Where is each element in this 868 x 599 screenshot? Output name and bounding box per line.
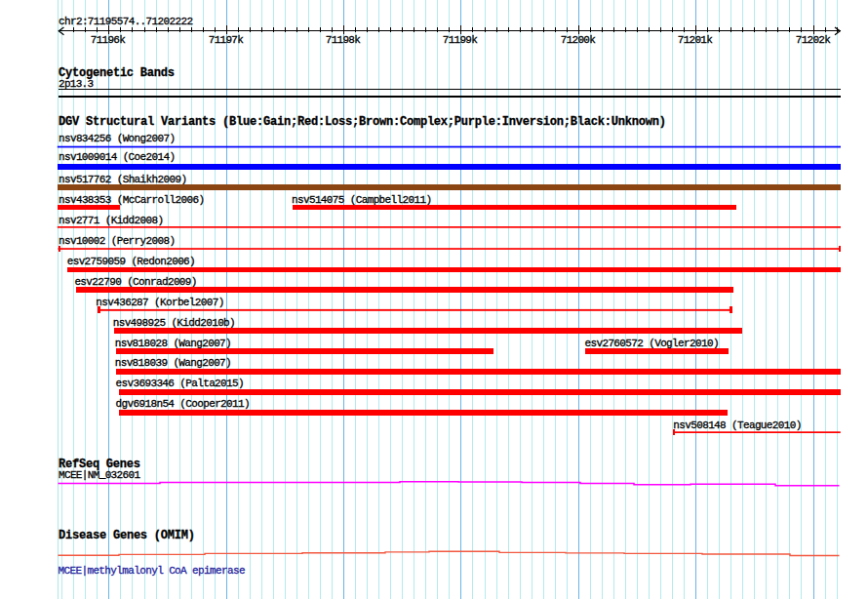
svg-text:71200k: 71200k — [561, 34, 596, 46]
svg-text:dgv6918n54 (Cooper2011): dgv6918n54 (Cooper2011) — [116, 398, 251, 410]
svg-text:71202k: 71202k — [796, 34, 831, 46]
svg-text:nsv10002 (Perry2008): nsv10002 (Perry2008) — [59, 235, 176, 247]
svg-text:nsv818039 (Wang2007): nsv818039 (Wang2007) — [115, 357, 232, 369]
svg-text:71199k: 71199k — [443, 34, 478, 46]
svg-text:71201k: 71201k — [678, 34, 713, 46]
svg-text:esv3693346 (Palta2015): esv3693346 (Palta2015) — [116, 378, 245, 389]
svg-text:nsv818028 (Wang2007): nsv818028 (Wang2007) — [115, 338, 232, 349]
svg-text:Disease Genes (OMIM): Disease Genes (OMIM) — [59, 529, 195, 542]
svg-text:nsv508148 (Teague2010): nsv508148 (Teague2010) — [673, 419, 802, 431]
svg-text:71198k: 71198k — [326, 34, 361, 46]
svg-text:nsv438353 (McCarroll2006): nsv438353 (McCarroll2006) — [59, 194, 205, 206]
svg-text:nsv834256 (Wong2007): nsv834256 (Wong2007) — [59, 133, 176, 144]
svg-text:nsv436287 (Korbel2007): nsv436287 (Korbel2007) — [96, 297, 224, 308]
svg-text:MCEE|NM_032601: MCEE|NM_032601 — [59, 469, 140, 481]
svg-text:MCEE|methylmalonyl CoA epimera: MCEE|methylmalonyl CoA epimerase — [59, 565, 246, 577]
svg-text:2p13.3: 2p13.3 — [59, 78, 94, 90]
svg-text:nsv2771 (Kidd2008): nsv2771 (Kidd2008) — [59, 215, 164, 226]
svg-text:71196k: 71196k — [91, 34, 126, 46]
svg-text:nsv514075 (Campbell2011): nsv514075 (Campbell2011) — [292, 194, 432, 206]
svg-text:esv22790 (Conrad2009): esv22790 (Conrad2009) — [74, 276, 197, 288]
svg-text:nsv1009014 (Coe2014): nsv1009014 (Coe2014) — [59, 151, 176, 163]
svg-text:chr2:71195574..71202222: chr2:71195574..71202222 — [59, 16, 193, 27]
svg-text:nsv517762 (Shaikh2009): nsv517762 (Shaikh2009) — [59, 174, 187, 185]
svg-text:esv2760572 (Vogler2010): esv2760572 (Vogler2010) — [585, 338, 720, 349]
svg-text:71197k: 71197k — [209, 34, 244, 46]
svg-text:nsv498925 (Kidd2010b): nsv498925 (Kidd2010b) — [113, 317, 236, 329]
svg-text:DGV Structural Variants (Blue:: DGV Structural Variants (Blue:Gain;Red:L… — [59, 115, 666, 129]
svg-text:esv2759059 (Redon2006): esv2759059 (Redon2006) — [67, 256, 196, 267]
